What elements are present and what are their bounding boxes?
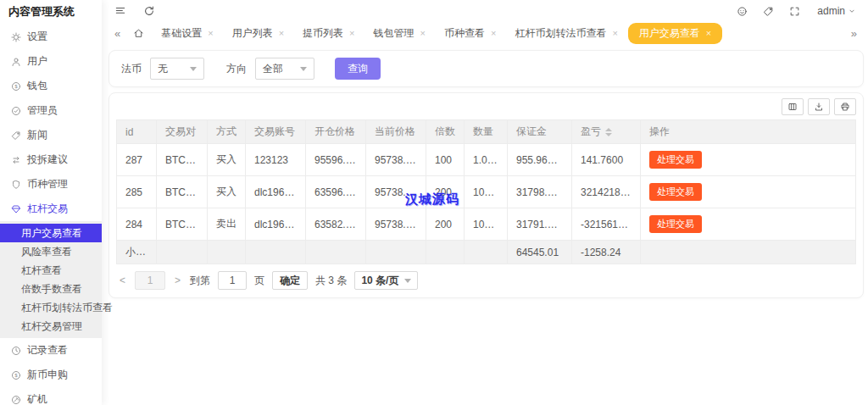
sort-icon[interactable] — [605, 128, 612, 136]
user-menu[interactable]: admin — [817, 5, 856, 17]
sidebar-subitem-杠杆币划转法币查看[interactable]: 杠杆币划转法币查看 — [0, 298, 102, 317]
sidebar-item-label: 用户 — [27, 54, 47, 69]
dollar-icon: $ — [11, 370, 21, 380]
export-icon[interactable] — [808, 98, 830, 115]
page-size-select[interactable]: 10 条/页 — [354, 271, 418, 290]
table-toolbar — [116, 97, 856, 119]
total-count-label: 共 3 条 — [315, 274, 347, 288]
tabs-scroll-right-icon[interactable]: » — [849, 27, 860, 40]
print-icon[interactable] — [834, 98, 856, 115]
svg-text:$: $ — [14, 373, 17, 378]
sidebar-item-label: 新闻 — [27, 128, 47, 142]
menu-icon[interactable] — [114, 5, 126, 17]
table-cell: 123123 — [246, 144, 306, 176]
sidebar-item-钱包[interactable]: $钱包 — [0, 74, 102, 98]
sidebar-submenu: 用户交易查看风险率查看杠杆查看倍数手数查看杠杆币划转法币查看杠杆交易管理 — [0, 221, 102, 338]
subtotal-cell — [465, 241, 508, 264]
table-card: id交易对方式交易账号开仓价格当前价格倍数数量保证金盈亏操作287BTC/USD… — [108, 92, 864, 298]
table-cell: 285 — [117, 176, 157, 208]
goto-page-input[interactable] — [218, 271, 247, 290]
table-cell: 卖出 — [208, 208, 246, 241]
sidebar-item-投拆建议[interactable]: 投拆建议 — [0, 147, 102, 172]
sidebar-item-管理员[interactable]: 管理员 — [0, 98, 102, 123]
table-cell: 200 — [426, 176, 465, 208]
tab-close-icon[interactable]: × — [612, 29, 617, 38]
fiat-select-value: 无 — [158, 62, 168, 76]
process-trade-button[interactable]: 处理交易 — [649, 151, 702, 169]
app-title: 内容管理系统 — [0, 0, 102, 25]
sidebar-item-用户[interactable]: 用户 — [0, 49, 102, 74]
refresh-icon[interactable] — [143, 5, 155, 17]
sidebar-item-币种管理[interactable]: 币种管理 — [0, 172, 102, 197]
table-cell: 284 — [117, 208, 157, 241]
sidebar-item-杠杆交易[interactable]: 杠杆交易 — [0, 197, 102, 221]
tab-label: 杠杆币划转法币查看 — [515, 26, 606, 41]
tab-基础设置[interactable]: 基础设置× — [153, 24, 221, 43]
tab-用户列表[interactable]: 用户列表× — [224, 24, 292, 43]
tab-提币列表[interactable]: 提币列表× — [294, 24, 363, 43]
chevron-down-icon — [190, 67, 197, 71]
table-cell: 100.000... — [465, 176, 508, 208]
next-page-button[interactable]: > — [173, 275, 182, 286]
tag-icon[interactable] — [763, 6, 774, 17]
trades-table: id交易对方式交易账号开仓价格当前价格倍数数量保证金盈亏操作287BTC/USD… — [116, 119, 856, 264]
sidebar-item-记录查看[interactable]: 记录查看 — [0, 338, 102, 363]
sidebar-subitem-风险率查看[interactable]: 风险率查看 — [0, 242, 102, 261]
tab-close-icon[interactable]: × — [208, 29, 213, 38]
column-header-倍数: 倍数 — [426, 120, 465, 144]
sidebar-item-label: 设置 — [27, 30, 47, 44]
home-icon[interactable] — [133, 28, 144, 39]
prev-page-button[interactable]: < — [118, 275, 127, 286]
process-trade-button[interactable]: 处理交易 — [649, 215, 702, 233]
sidebar-subitem-杠杆查看[interactable]: 杠杆查看 — [0, 261, 102, 280]
tab-close-icon[interactable]: × — [706, 29, 711, 38]
theme-icon[interactable] — [737, 6, 748, 17]
content: 法币 无 方向 全部 查询 id交易对方式交易账号开仓价格当前价格倍数数量保证金… — [102, 44, 868, 298]
sidebar-subitem-杠杆交易管理[interactable]: 杠杆交易管理 — [0, 317, 102, 336]
sidebar-item-label: 钱包 — [27, 79, 47, 93]
tab-close-icon[interactable]: × — [491, 29, 496, 38]
tab-杠杆币划转法币查看[interactable]: 杠杆币划转法币查看× — [506, 24, 626, 43]
sidebar: 内容管理系统 设置用户$钱包管理员新闻投拆建议币种管理杠杆交易用户交易查看风险率… — [0, 0, 102, 405]
tabbar: « 基础设置×用户列表×提币列表×钱包管理×币种查看×杠杆币划转法币查看×用户交… — [102, 22, 868, 44]
sidebar-subitem-用户交易查看[interactable]: 用户交易查看 — [0, 224, 102, 242]
subtotal-cell — [426, 241, 465, 264]
tab-close-icon[interactable]: × — [420, 29, 426, 38]
sidebar-item-矿机[interactable]: 矿机 — [0, 387, 102, 405]
table-cell: BTC/USDT — [157, 208, 208, 241]
table-cell: 63582.050000 — [306, 208, 366, 241]
sidebar-item-新闻[interactable]: 新闻 — [0, 123, 102, 147]
tab-close-icon[interactable]: × — [279, 29, 284, 38]
subtotal-cell — [208, 241, 246, 264]
confirm-page-button[interactable]: 确定 — [272, 271, 308, 290]
tabs-scroll-left-icon[interactable]: « — [112, 27, 123, 40]
tab-close-icon[interactable]: × — [349, 29, 354, 38]
columns-icon[interactable] — [782, 98, 804, 115]
sidebar-subitem-倍数手数查看[interactable]: 倍数手数查看 — [0, 280, 102, 298]
tab-币种查看[interactable]: 币种查看× — [436, 24, 504, 43]
table-cell: 31791.02500000 — [508, 208, 572, 241]
column-header-id: id — [117, 120, 157, 144]
fullscreen-icon[interactable] — [789, 6, 800, 17]
direction-select[interactable]: 全部 — [255, 58, 314, 80]
tab-label: 币种查看 — [444, 26, 485, 41]
tab-用户交易查看[interactable]: 用户交易查看× — [628, 23, 722, 44]
table-cell: 100.000... — [465, 208, 508, 241]
table-cell: dlc1969@outlo... — [246, 208, 306, 241]
tab-钱包管理[interactable]: 钱包管理× — [365, 24, 434, 43]
subtotal-cell — [641, 241, 856, 264]
current-page[interactable]: 1 — [135, 271, 165, 290]
app-root: 内容管理系统 设置用户$钱包管理员新闻投拆建议币种管理杠杆交易用户交易查看风险率… — [0, 0, 868, 405]
sidebar-item-新币申购[interactable]: $新币申购 — [0, 363, 102, 387]
sidebar-item-设置[interactable]: 设置 — [0, 25, 102, 49]
sidebar-item-label: 投拆建议 — [27, 153, 68, 167]
fiat-select[interactable]: 无 — [150, 58, 204, 80]
subtotal-cell — [157, 241, 208, 264]
subtotal-cell: -1258.24 — [572, 241, 641, 264]
goto-label: 到第 — [190, 274, 210, 288]
tab-label: 基础设置 — [161, 26, 202, 41]
search-button[interactable]: 查询 — [335, 58, 381, 80]
table-cell: dlc1969@outlo... — [246, 176, 306, 208]
process-trade-button[interactable]: 处理交易 — [649, 183, 702, 201]
column-header-盈亏[interactable]: 盈亏 — [572, 120, 641, 144]
